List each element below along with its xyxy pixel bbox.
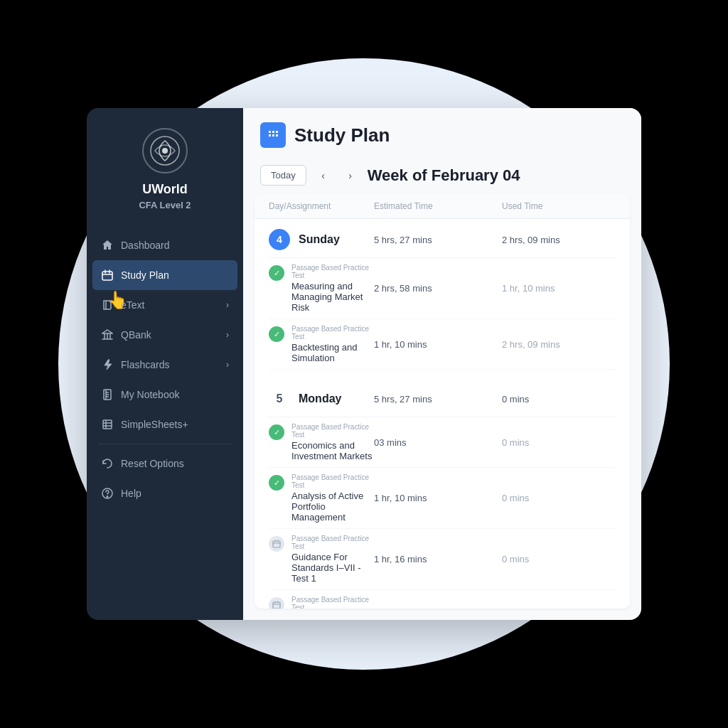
assignment-estimated: 1 hr, 10 mins xyxy=(374,339,502,350)
assignment-text: Passage Based Practice Test Measuring an… xyxy=(291,264,374,313)
day-section: 4 Sunday 5 hrs, 27 mins 2 hrs, 09 mins ✓… xyxy=(255,219,630,378)
brand-name: UWorld xyxy=(142,182,188,197)
day-row: 4 Sunday 5 hrs, 27 mins 2 hrs, 09 mins xyxy=(269,219,616,258)
completed-icon: ✓ xyxy=(269,265,284,281)
schedule-container: Day/Assignment Estimated Time Used Time … xyxy=(255,194,630,609)
svg-rect-8 xyxy=(273,602,280,609)
calendar-icon xyxy=(101,269,114,282)
assignment-used: 2 hrs, 09 mins xyxy=(502,339,616,350)
assignment-name: Guidance For Standards I–VII - Test 1 xyxy=(291,552,374,584)
assignment-text: Passage Based Practice Test Backtesting … xyxy=(291,325,374,363)
chevron-right-icon: › xyxy=(226,300,229,310)
week-label: Week of February 04 xyxy=(368,166,520,185)
nav-divider xyxy=(98,444,232,444)
day-estimated-time: 5 hrs, 27 mins xyxy=(374,394,502,405)
col-assignment: Day/Assignment xyxy=(269,201,374,211)
next-week-button[interactable]: › xyxy=(341,166,360,186)
assignment-info: ✓ Passage Based Practice Test Analysis o… xyxy=(269,473,374,523)
day-row: 5 Monday 5 hrs, 27 mins 0 mins xyxy=(269,378,616,417)
day-name: Monday xyxy=(299,392,341,405)
sidebar-item-simple-sheets[interactable]: SimpleSheets+ xyxy=(87,410,243,439)
sidebar-item-dashboard[interactable]: Dashboard xyxy=(87,230,243,260)
assignment-row[interactable]: Passage Based Practice Test Guidance For… xyxy=(269,529,616,590)
assignment-type: Passage Based Practice Test xyxy=(291,325,374,341)
sidebar-nav: Dashboard Study Plan 👆 xyxy=(87,225,243,620)
assignment-type: Passage Based Practice Test xyxy=(291,423,374,439)
day-label: 5 Monday xyxy=(269,388,374,410)
completed-icon: ✓ xyxy=(269,326,284,342)
assignment-info: ✓ Passage Based Practice Test Backtestin… xyxy=(269,325,374,363)
page-header-icon xyxy=(260,122,286,148)
sidebar-item-qbank[interactable]: QBank › xyxy=(87,320,243,350)
day-label: 4 Sunday xyxy=(269,229,374,250)
day-name: Sunday xyxy=(299,233,340,246)
assignment-type: Passage Based Practice Test xyxy=(291,473,374,489)
completed-icon: ✓ xyxy=(269,475,284,491)
assignment-estimated: 1 hr, 10 mins xyxy=(374,493,502,503)
col-used: Used Time xyxy=(502,201,616,211)
assignment-info: Passage Based Practice Test Guidance For… xyxy=(269,596,374,609)
book-icon xyxy=(101,299,114,311)
assignment-text: Passage Based Practice Test Analysis of … xyxy=(291,473,374,523)
day-section: 5 Monday 5 hrs, 27 mins 0 mins ✓ Passage… xyxy=(255,378,630,609)
week-nav: Today ‹ › Week of February 04 xyxy=(243,159,641,194)
flash-icon xyxy=(101,358,114,371)
assignment-row[interactable]: ✓ Passage Based Practice Test Analysis o… xyxy=(269,468,616,529)
reset-icon xyxy=(101,457,114,470)
day-badge: 4 xyxy=(269,229,290,250)
assignment-estimated: 1 hr, 16 mins xyxy=(374,554,502,564)
assignment-row[interactable]: ✓ Passage Based Practice Test Economics … xyxy=(269,417,616,468)
svg-point-6 xyxy=(107,496,108,498)
home-icon xyxy=(101,239,114,252)
sidebar-item-etext[interactable]: eText › xyxy=(87,290,243,320)
day-used-time: 0 mins xyxy=(502,394,616,405)
svg-rect-4 xyxy=(103,420,112,429)
prev-week-button[interactable]: ‹ xyxy=(314,166,333,186)
notebook-icon xyxy=(101,388,114,401)
assignment-info: ✓ Passage Based Practice Test Measuring … xyxy=(269,264,374,313)
today-button[interactable]: Today xyxy=(260,165,306,186)
logo-circle xyxy=(142,128,188,173)
page-header: Study Plan xyxy=(243,108,641,159)
sidebar-item-my-notebook[interactable]: My Notebook xyxy=(87,380,243,410)
sidebar-item-help[interactable]: Help xyxy=(87,478,243,508)
sidebar-item-reset-options[interactable]: Reset Options xyxy=(87,449,243,478)
sidebar: UWorld CFA Level 2 Dashboard xyxy=(87,108,243,620)
svg-rect-2 xyxy=(102,272,112,280)
pending-icon xyxy=(269,536,284,552)
chevron-right-icon: › xyxy=(226,330,229,340)
assignment-type: Passage Based Practice Test xyxy=(291,596,374,609)
assignment-info: ✓ Passage Based Practice Test Economics … xyxy=(269,423,374,461)
sidebar-item-flashcards[interactable]: Flashcards › xyxy=(87,350,243,380)
assignment-text: Passage Based Practice Test Guidance For… xyxy=(291,596,374,609)
assignment-name: Analysis of Active Portfolio Management xyxy=(291,491,374,523)
assignment-text: Passage Based Practice Test Guidance For… xyxy=(291,535,374,584)
background-circle: UWorld CFA Level 2 Dashboard xyxy=(58,58,670,670)
svg-rect-7 xyxy=(273,541,280,547)
completed-icon: ✓ xyxy=(269,424,284,440)
day-estimated-time: 5 hrs, 27 mins xyxy=(374,235,502,245)
page-title: Study Plan xyxy=(294,124,390,146)
assignment-name: Measuring and Managing Market Risk xyxy=(291,281,374,313)
assignment-type: Passage Based Practice Test xyxy=(291,535,374,550)
assignment-used: 0 mins xyxy=(502,493,616,503)
schedule-header: Day/Assignment Estimated Time Used Time xyxy=(255,194,630,219)
assignment-estimated: 2 hrs, 58 mins xyxy=(374,283,502,294)
svg-point-1 xyxy=(162,148,168,154)
assignment-row[interactable]: Passage Based Practice Test Guidance For… xyxy=(269,590,616,609)
help-icon xyxy=(101,487,114,500)
day-number: 5 xyxy=(269,388,290,410)
assignment-used: 0 mins xyxy=(502,437,616,448)
schedule-body: 4 Sunday 5 hrs, 27 mins 2 hrs, 09 mins ✓… xyxy=(255,219,630,609)
col-estimated: Estimated Time xyxy=(374,201,502,211)
app-container: UWorld CFA Level 2 Dashboard xyxy=(87,108,641,620)
assignment-type: Passage Based Practice Test xyxy=(291,264,374,279)
sidebar-item-study-plan[interactable]: Study Plan 👆 xyxy=(92,260,237,290)
assignment-used: 0 mins xyxy=(502,554,616,564)
assignment-name: Backtesting and Simulation xyxy=(291,342,374,363)
main-content: Study Plan Today ‹ › Week of February 04… xyxy=(243,108,641,620)
assignment-row[interactable]: ✓ Passage Based Practice Test Backtestin… xyxy=(269,319,616,370)
chevron-right-icon: › xyxy=(226,360,229,370)
assignment-row[interactable]: ✓ Passage Based Practice Test Measuring … xyxy=(269,258,616,319)
sidebar-header: UWorld CFA Level 2 xyxy=(87,108,243,225)
